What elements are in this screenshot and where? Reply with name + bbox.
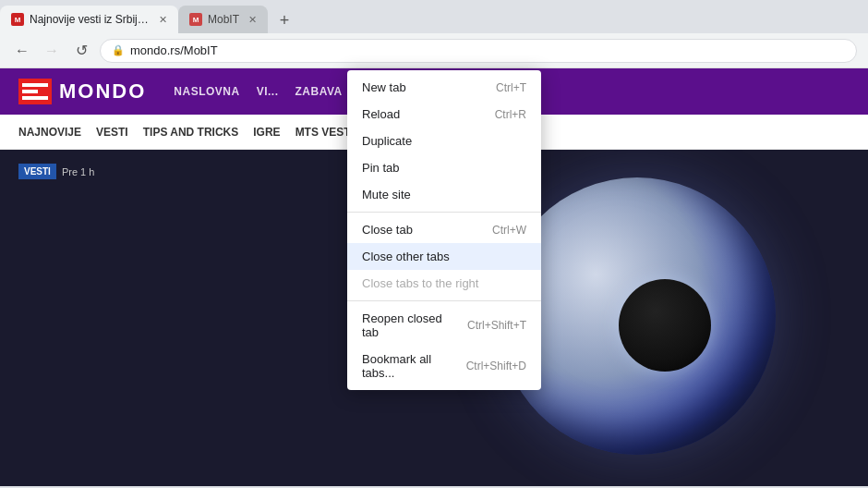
tab-favicon-2: M xyxy=(189,13,202,26)
tab-2[interactable]: M MobIT ✕ xyxy=(178,6,268,33)
menu-shortcut-reopen-closed: Ctrl+Shift+T xyxy=(467,319,526,332)
nav-link-vi[interactable]: VI... xyxy=(257,85,279,98)
menu-label-new-tab: New tab xyxy=(362,80,406,94)
mondo-logo-text: MONDO xyxy=(59,79,146,104)
logo-bar-1 xyxy=(22,83,48,87)
sub-nav-mts[interactable]: MTS VESTI xyxy=(295,126,354,139)
menu-label-close-tabs-right: Close tabs to the right xyxy=(362,276,478,290)
menu-shortcut-new-tab: Ctrl+T xyxy=(496,81,526,94)
reload-button[interactable]: ↺ xyxy=(70,40,92,62)
nav-link-naslovna[interactable]: NASLOVNA xyxy=(174,85,239,98)
menu-label-duplicate: Duplicate xyxy=(362,134,412,148)
menu-item-pin-tab[interactable]: Pin tab xyxy=(347,154,541,181)
menu-item-mute-site[interactable]: Mute site xyxy=(347,181,541,208)
security-icon: 🔒 xyxy=(112,44,125,56)
tab-close-1[interactable]: ✕ xyxy=(159,14,167,26)
context-menu: New tabCtrl+TReloadCtrl+RDuplicatePin ta… xyxy=(347,70,541,390)
menu-shortcut-close-tab: Ctrl+W xyxy=(492,224,526,237)
back-button[interactable]: ← xyxy=(11,40,33,62)
address-bar: ← → ↺ 🔒 mondo.rs/MobIT xyxy=(0,33,868,68)
tab-title-1: Najnovije vesti iz Srbije i sveta | xyxy=(30,13,150,26)
menu-divider-4 xyxy=(347,212,541,213)
tab-title-2: MobIT xyxy=(208,13,239,26)
sub-nav-tips[interactable]: TIPS AND TRICKS xyxy=(143,126,239,139)
menu-item-duplicate[interactable]: Duplicate xyxy=(347,128,541,154)
menu-shortcut-bookmark-all: Ctrl+Shift+D xyxy=(466,360,526,372)
menu-label-bookmark-all: Bookmark all tabs... xyxy=(362,352,448,380)
browser-window: M Najnovije vesti iz Srbije i sveta | ✕ … xyxy=(0,0,868,488)
add-tab-button[interactable]: + xyxy=(271,7,297,33)
nav-link-zabava[interactable]: ZABAVA xyxy=(295,85,343,98)
menu-shortcut-reload: Ctrl+R xyxy=(495,108,526,121)
menu-item-close-other-tabs[interactable]: Close other tabs xyxy=(347,243,541,270)
hero-time: Pre 1 h xyxy=(62,166,94,177)
tab-bar: M Najnovije vesti iz Srbije i sveta | ✕ … xyxy=(0,0,868,33)
tab-close-2[interactable]: ✕ xyxy=(248,14,257,26)
sub-nav-najnovije[interactable]: NAJNOVIJE xyxy=(18,126,81,139)
logo-bar-3 xyxy=(22,96,48,100)
menu-divider-7 xyxy=(347,300,541,301)
menu-item-bookmark-all[interactable]: Bookmark all tabs...Ctrl+Shift+D xyxy=(347,346,541,386)
tab-favicon-1: M xyxy=(11,13,24,26)
vesti-tag: VESTI xyxy=(18,164,56,179)
url-bar[interactable]: 🔒 mondo.rs/MobIT xyxy=(100,39,857,63)
hero-inner-sphere xyxy=(619,279,711,372)
forward-button[interactable]: → xyxy=(41,40,63,62)
menu-label-pin-tab: Pin tab xyxy=(362,161,399,175)
logo-bar-2 xyxy=(22,90,38,93)
url-text: mondo.rs/MobIT xyxy=(130,43,218,57)
menu-item-close-tab[interactable]: Close tabCtrl+W xyxy=(347,216,541,243)
menu-item-reopen-closed[interactable]: Reopen closed tabCtrl+Shift+T xyxy=(347,305,541,346)
sub-nav-igre[interactable]: IGRE xyxy=(253,126,280,139)
menu-label-reload: Reload xyxy=(362,107,400,121)
menu-item-close-tabs-right: Close tabs to the right xyxy=(347,270,541,297)
menu-label-reopen-closed: Reopen closed tab xyxy=(362,311,449,339)
hero-badge: VESTI Pre 1 h xyxy=(18,164,94,179)
menu-label-close-other-tabs: Close other tabs xyxy=(362,250,450,263)
tab-1[interactable]: M Najnovije vesti iz Srbije i sveta | ✕ xyxy=(0,6,178,33)
mondo-logo-icon xyxy=(18,79,52,104)
menu-label-mute-site: Mute site xyxy=(362,188,411,201)
menu-item-reload[interactable]: ReloadCtrl+R xyxy=(347,101,541,128)
menu-item-new-tab[interactable]: New tabCtrl+T xyxy=(347,74,541,101)
menu-label-close-tab: Close tab xyxy=(362,223,413,237)
mondo-logo: MONDO xyxy=(18,79,146,104)
sub-nav-vesti[interactable]: VESTI xyxy=(96,126,128,139)
